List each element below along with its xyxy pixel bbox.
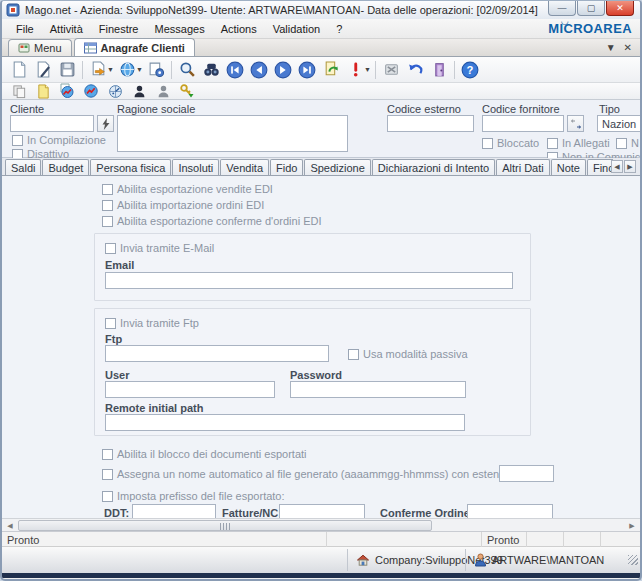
codice-fornitore-input[interactable]: [482, 115, 564, 132]
cliente-input[interactable]: [10, 115, 94, 132]
delete-button[interactable]: [379, 59, 403, 81]
lightning-icon: [100, 118, 112, 130]
remote-initial-path-input[interactable]: [105, 414, 465, 431]
key-export-button[interactable]: [175, 83, 199, 99]
page-settings-button[interactable]: [144, 59, 168, 81]
tab-saldi[interactable]: Saldi: [5, 159, 41, 175]
close-button[interactable]: ✕: [606, 1, 634, 16]
edit-document-button[interactable]: [31, 59, 55, 81]
globe-dropdown-caret-icon[interactable]: ▼: [136, 66, 144, 73]
copy-button[interactable]: [7, 83, 31, 99]
menu-help[interactable]: ?: [328, 21, 350, 37]
menu-file[interactable]: File: [8, 21, 42, 37]
tab-fido[interactable]: Fido: [270, 159, 303, 175]
tab-menu[interactable]: Menu: [8, 39, 72, 56]
tab-note[interactable]: Note: [551, 159, 586, 175]
page-settings-icon: [148, 61, 165, 78]
tab-vendita[interactable]: Vendita: [220, 159, 269, 175]
password-input[interactable]: [290, 381, 466, 398]
checkbox-invia-email[interactable]: Invia tramite E-Mail: [105, 242, 214, 254]
user-person-icon: [474, 553, 487, 567]
menu-tab-icon: [18, 42, 30, 54]
checkbox-bloccato[interactable]: Bloccato: [482, 137, 539, 149]
tab-budget[interactable]: Budget: [42, 159, 89, 175]
tab-insoluti[interactable]: Insoluti: [172, 159, 219, 175]
nav-prev-button[interactable]: [247, 59, 271, 81]
user-label: User: [105, 369, 129, 381]
export-dropdown-caret-icon[interactable]: ▼: [107, 66, 115, 73]
checkbox-box: [102, 216, 113, 227]
web-analysis-button[interactable]: [79, 83, 103, 99]
user-input[interactable]: [105, 381, 275, 398]
checkbox-box: [348, 349, 359, 360]
scroll-right-icon[interactable]: ▶: [626, 520, 638, 531]
checkbox-usa-modalita-passiva[interactable]: Usa modalità passiva: [348, 348, 468, 360]
checkbox-prefisso-file[interactable]: Imposta prefisso del file esportato:: [102, 490, 285, 502]
find-button[interactable]: [199, 59, 223, 81]
checkbox-blocco-documenti[interactable]: Abilita il blocco dei documenti esportat…: [102, 448, 307, 460]
globe-icon: [119, 61, 136, 78]
refresh-document-button[interactable]: [319, 59, 343, 81]
checkbox-export-vendite-edi[interactable]: Abilita esportazione vendite EDI: [102, 183, 273, 195]
scrollbar-thumb[interactable]: [18, 520, 432, 531]
tab-persona-fisica[interactable]: Persona fisica: [90, 159, 171, 175]
tab-close-icon[interactable]: ✕: [624, 42, 632, 53]
cliente-lookup-button[interactable]: [97, 115, 114, 132]
radar-button[interactable]: [103, 83, 127, 99]
checkbox-invia-ftp[interactable]: Invia tramite Ftp: [105, 317, 199, 329]
menu-validation[interactable]: Validation: [265, 21, 329, 37]
tab-fincati-cliente[interactable]: Fincati Cliente: [587, 159, 613, 175]
fatture-nc-input[interactable]: [279, 504, 365, 518]
checkbox-import-ordini-edi[interactable]: Abilita importazione ordini EDI: [102, 199, 264, 211]
save-button[interactable]: [55, 59, 79, 81]
ragione-sociale-input[interactable]: [117, 115, 348, 152]
search-icon: [179, 61, 196, 78]
help-button[interactable]: ?: [458, 59, 482, 81]
scroll-left-icon[interactable]: ◀: [4, 520, 16, 531]
checkbox-in-allegati[interactable]: In Allegati: [547, 137, 610, 149]
ddt-input[interactable]: [132, 504, 216, 518]
tipo-select[interactable]: Nazion: [597, 115, 642, 132]
tab-anagrafe-clienti[interactable]: Anagrafe Clienti: [74, 38, 195, 56]
maximize-button[interactable]: ▢: [577, 1, 605, 16]
nav-next-button[interactable]: [271, 59, 295, 81]
tab-scroll-left-icon[interactable]: ◀: [611, 160, 623, 173]
checkbox-in-compilazione[interactable]: In Compilazione: [12, 134, 106, 146]
new-document-button[interactable]: [7, 59, 31, 81]
note-button[interactable]: [31, 83, 55, 99]
checkbox-n[interactable]: N: [616, 137, 639, 149]
search-button[interactable]: [175, 59, 199, 81]
nav-last-button[interactable]: [295, 59, 319, 81]
svg-text:?: ?: [467, 64, 474, 76]
estensione-input[interactable]: [499, 465, 554, 482]
menu-messages[interactable]: Messages: [147, 21, 213, 37]
menu-actions[interactable]: Actions: [213, 21, 265, 37]
codice-fornitore-sort-button[interactable]: [567, 115, 584, 132]
web-report-icon: [59, 83, 75, 99]
tab-scroll-right-icon[interactable]: ▶: [624, 160, 636, 173]
warning-dropdown-caret-icon[interactable]: ▼: [364, 66, 372, 73]
minimize-button[interactable]: —: [548, 1, 576, 16]
tab-list-dropdown-icon[interactable]: ▼: [606, 42, 616, 53]
menu-attivita[interactable]: Attività: [42, 21, 91, 37]
exit-button[interactable]: [427, 59, 451, 81]
tab-spedizione[interactable]: Spedizione: [304, 159, 370, 175]
ftp-input[interactable]: [105, 345, 329, 362]
checkbox-export-conferme-edi[interactable]: Abilita esportazione conferme d'ordini E…: [102, 215, 321, 227]
checkbox-nome-automatico[interactable]: Assegna un nome automatico al file gener…: [102, 468, 529, 480]
horizontal-scrollbar[interactable]: ◀ ▶: [2, 518, 640, 532]
resize-grip[interactable]: [628, 555, 638, 565]
contact-person-button[interactable]: [127, 83, 151, 99]
web-report-button[interactable]: [55, 83, 79, 99]
codice-esterno-input[interactable]: [387, 115, 474, 132]
menu-finestre[interactable]: Finestre: [91, 21, 147, 37]
codice-fornitore-label: Codice fornitore: [482, 103, 560, 115]
user-section: ARTWARE\MANTOAN: [465, 549, 612, 571]
tab-dichiarazioni-di-intento[interactable]: Dichiarazioni di Intento: [372, 159, 495, 175]
nav-first-button[interactable]: [223, 59, 247, 81]
person-data-button[interactable]: [151, 83, 175, 99]
conferme-ordine-input[interactable]: [467, 504, 553, 518]
tab-altri-dati[interactable]: Altri Dati: [496, 159, 550, 175]
email-input[interactable]: [105, 272, 513, 289]
undo-button[interactable]: [403, 59, 427, 81]
